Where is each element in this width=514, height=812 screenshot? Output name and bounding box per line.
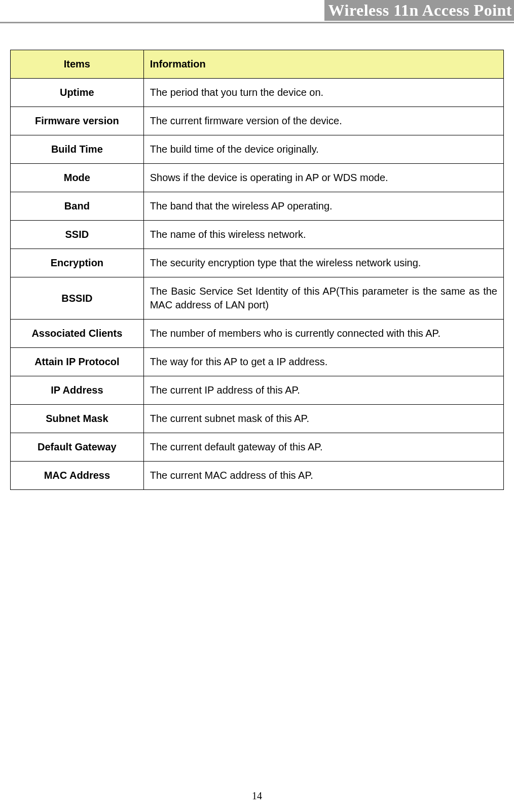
table-row: Subnet MaskThe current subnet mask of th… [11,405,504,433]
item-name: MAC Address [11,462,144,490]
item-name: Band [11,192,144,221]
item-info: The current IP address of this AP. [143,376,503,405]
item-name: Build Time [11,135,144,164]
item-info: The Basic Service Set Identity of this A… [143,277,503,320]
item-name: Mode [11,164,144,192]
item-info: The way for this AP to get a IP address. [143,348,503,376]
item-info: The number of members who is currently c… [143,320,503,348]
item-info: The band that the wireless AP operating. [143,192,503,221]
table-row: Attain IP ProtocolThe way for this AP to… [11,348,504,376]
table-row: BandThe band that the wireless AP operat… [11,192,504,221]
item-name: IP Address [11,376,144,405]
item-info: The current MAC address of this AP. [143,462,503,490]
table-row: Firmware versionThe current firmware ver… [11,107,504,135]
table-header-row: Items Information [11,50,504,79]
info-table: Items Information UptimeThe period that … [10,50,504,490]
table-row: SSIDThe name of this wireless network. [11,221,504,249]
table-row: UptimeThe period that you turn the devic… [11,79,504,107]
header-divider [0,22,514,23]
page-number: 14 [0,790,514,802]
item-info: The period that you turn the device on. [143,79,503,107]
header-information: Information [143,50,503,79]
table-row: BSSIDThe Basic Service Set Identity of t… [11,277,504,320]
page-content: Items Information UptimeThe period that … [0,24,514,490]
item-name: Attain IP Protocol [11,348,144,376]
table-row: ModeShows if the device is operating in … [11,164,504,192]
item-name: Subnet Mask [11,405,144,433]
header-title: Wireless 11n Access Point [324,0,514,21]
table-row: Default GatewayThe current default gatew… [11,433,504,462]
page-header: Wireless 11n Access Point [0,0,514,24]
item-name: Associated Clients [11,320,144,348]
item-name: Default Gateway [11,433,144,462]
table-row: IP AddressThe current IP address of this… [11,376,504,405]
item-name: BSSID [11,277,144,320]
item-info: The security encryption type that the wi… [143,249,503,277]
item-info: The current default gateway of this AP. [143,433,503,462]
table-row: Associated ClientsThe number of members … [11,320,504,348]
item-name: Uptime [11,79,144,107]
item-info: The build time of the device originally. [143,135,503,164]
item-info: The name of this wireless network. [143,221,503,249]
header-items: Items [11,50,144,79]
table-row: Build TimeThe build time of the device o… [11,135,504,164]
item-name: Firmware version [11,107,144,135]
table-row: EncryptionThe security encryption type t… [11,249,504,277]
item-info: The current firmware version of the devi… [143,107,503,135]
item-name: SSID [11,221,144,249]
table-row: MAC AddressThe current MAC address of th… [11,462,504,490]
item-info: The current subnet mask of this AP. [143,405,503,433]
item-name: Encryption [11,249,144,277]
item-info: Shows if the device is operating in AP o… [143,164,503,192]
